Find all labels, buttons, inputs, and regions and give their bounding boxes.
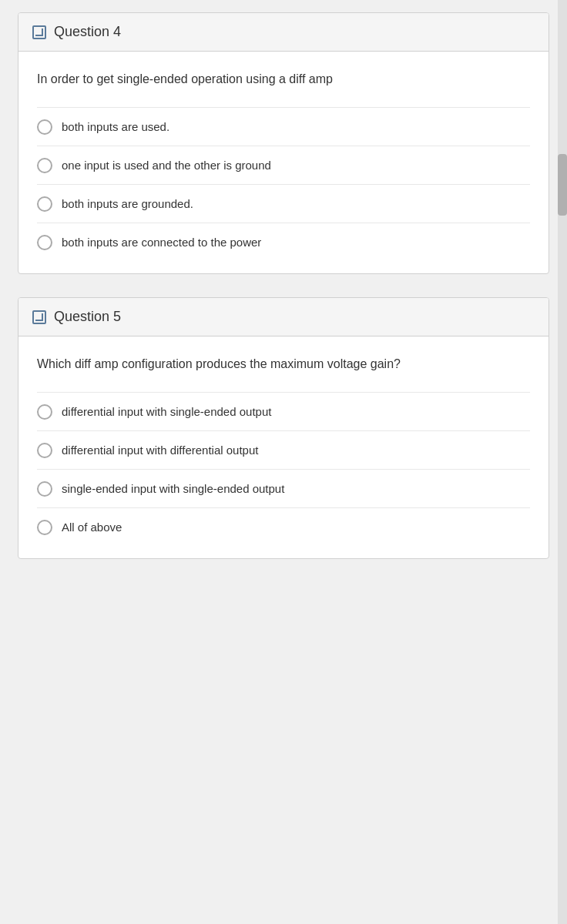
option-label: single-ended input with single-ended out… [62,480,284,497]
option-label: All of above [62,519,122,535]
list-item[interactable]: differential input with single-ended out… [37,392,530,430]
list-item[interactable]: both inputs are connected to the power [37,223,530,261]
question-5-card: Question 5 Which diff amp configuration … [18,297,549,559]
list-item[interactable]: one input is used and the other is groun… [37,146,530,184]
question-4-card: Question 4 In order to get single-ended … [18,12,549,274]
list-item[interactable]: both inputs are grounded. [37,184,530,223]
option-label: both inputs are connected to the power [62,234,261,250]
question-5-header: Question 5 [18,298,549,336]
question-4-body: In order to get single-ended operation u… [18,52,549,273]
list-item[interactable]: both inputs are used. [37,107,530,146]
question-4-text: In order to get single-ended operation u… [37,70,530,89]
radio-q5-opt1[interactable] [37,404,52,420]
list-item[interactable]: differential input with differential out… [37,430,530,469]
radio-q5-opt2[interactable] [37,443,52,458]
scrollbar-thumb[interactable] [558,154,567,216]
question-5-title: Question 5 [54,309,121,325]
radio-q4-opt3[interactable] [37,196,52,212]
option-label: differential input with differential out… [62,442,258,458]
option-label: one input is used and the other is groun… [62,157,271,173]
question-4-icon [32,25,46,39]
radio-q5-opt3[interactable] [37,481,52,497]
option-label: both inputs are used. [62,119,169,135]
radio-q4-opt2[interactable] [37,158,52,173]
option-label: differential input with single-ended out… [62,403,271,420]
question-5-icon [32,310,46,324]
option-label: both inputs are grounded. [62,196,193,212]
list-item[interactable]: single-ended input with single-ended out… [37,469,530,507]
question-5-body: Which diff amp configuration produces th… [18,336,549,558]
list-item[interactable]: All of above [37,507,530,546]
radio-q4-opt1[interactable] [37,119,52,135]
question-5-text: Which diff amp configuration produces th… [37,355,530,373]
question-4-header: Question 4 [18,13,549,52]
question-4-title: Question 4 [54,24,121,40]
radio-q4-opt4[interactable] [37,235,52,250]
scrollbar-track [558,0,567,924]
radio-q5-opt4[interactable] [37,520,52,535]
